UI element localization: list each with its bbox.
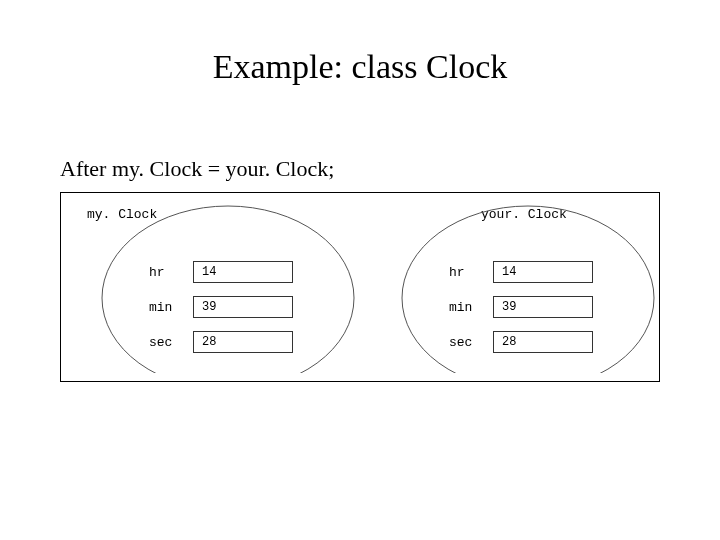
field-label: sec (449, 335, 479, 350)
slide-subtitle: After my. Clock = your. Clock; (60, 156, 720, 182)
field-label: min (449, 300, 479, 315)
field-label: hr (149, 265, 179, 280)
field-label: hr (449, 265, 479, 280)
field-row-hr: hr 14 (149, 261, 293, 283)
field-value: 28 (193, 331, 293, 353)
field-row-sec: sec 28 (449, 331, 593, 353)
field-row-min: min 39 (149, 296, 293, 318)
field-row-sec: sec 28 (149, 331, 293, 353)
slide: Example: class Clock After my. Clock = y… (0, 48, 720, 540)
field-label: sec (149, 335, 179, 350)
object-right: your. Clock hr 14 min 39 sec 28 (371, 201, 661, 371)
object-left: my. Clock hr 14 min 39 sec 28 (71, 201, 361, 371)
field-value: 28 (493, 331, 593, 353)
diagram-container: my. Clock hr 14 min 39 sec 28 your. Cloc… (60, 192, 660, 382)
field-row-hr: hr 14 (449, 261, 593, 283)
field-value: 14 (193, 261, 293, 283)
slide-title: Example: class Clock (0, 48, 720, 86)
field-row-min: min 39 (449, 296, 593, 318)
field-value: 39 (493, 296, 593, 318)
field-value: 39 (193, 296, 293, 318)
field-label: min (149, 300, 179, 315)
field-value: 14 (493, 261, 593, 283)
